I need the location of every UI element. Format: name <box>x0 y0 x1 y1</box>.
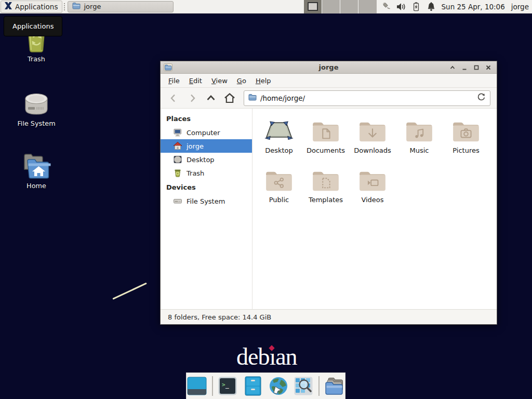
panel-handle[interactable] <box>63 3 66 10</box>
debian-logo: debıan <box>236 343 297 370</box>
applications-menu-button[interactable]: Applications <box>1 1 62 13</box>
clock[interactable]: Sun 25 Apr, 10:06 <box>442 3 505 11</box>
system-tray <box>381 2 436 12</box>
directory-menu-launcher[interactable] <box>324 376 345 396</box>
sidebar-places-header: Places <box>161 111 252 126</box>
workspace-switcher[interactable] <box>304 0 377 14</box>
terminal-launcher[interactable]: >_ <box>218 376 238 396</box>
file-item-public[interactable]: Public <box>256 165 302 215</box>
file-view[interactable]: Desktop Documents <box>252 109 497 309</box>
home-folder-icon <box>10 150 62 180</box>
file-item-videos[interactable]: Videos <box>349 165 396 215</box>
desktop-icon-label: Home <box>10 182 62 190</box>
shade-button[interactable] <box>448 63 457 72</box>
wallpaper-artifact-line <box>112 283 147 300</box>
window-title: jorge <box>161 63 497 71</box>
battery-icon[interactable] <box>411 2 421 12</box>
folder-icon-documents <box>312 116 340 143</box>
file-item-desktop[interactable]: Desktop <box>256 116 302 165</box>
file-system-icon <box>10 87 62 117</box>
sidebar-item-label: File System <box>187 197 225 205</box>
file-item-downloads[interactable]: Downloads <box>349 116 396 165</box>
menu-file[interactable]: File <box>164 75 184 87</box>
sidebar-item-label: Computer <box>187 129 220 137</box>
applications-menu-label: Applications <box>15 3 58 11</box>
maximize-button[interactable] <box>472 63 481 72</box>
workspace-3[interactable] <box>340 0 358 14</box>
sidebar-item-jorge[interactable]: jorge <box>161 139 252 153</box>
app-finder-launcher[interactable] <box>293 376 314 396</box>
sidebar-item-label: Desktop <box>187 156 215 164</box>
folder-icon-videos <box>358 165 387 192</box>
network-icon[interactable] <box>381 2 391 12</box>
workspace-4[interactable] <box>358 0 376 14</box>
menu-go[interactable]: Go <box>232 75 251 87</box>
desktop-special-icon <box>264 116 294 143</box>
minimize-button[interactable] <box>460 63 469 72</box>
volume-icon[interactable] <box>396 2 406 12</box>
folder-icon-pictures <box>452 116 480 143</box>
sidebar-item-file-system[interactable]: File System <box>161 194 252 208</box>
path-bar[interactable]: /home/jorge/ <box>244 90 490 106</box>
file-item-templates[interactable]: Templates <box>302 165 349 215</box>
home-button[interactable] <box>221 90 238 106</box>
file-manager-launcher[interactable] <box>243 376 263 396</box>
drive-icon <box>173 196 182 206</box>
svg-text:>: > <box>222 381 225 388</box>
menu-view[interactable]: View <box>207 75 232 87</box>
workspace-window-preview <box>308 2 318 11</box>
file-item-label: Templates <box>309 196 343 204</box>
workspace-2[interactable] <box>322 0 340 14</box>
file-item-label: Public <box>269 196 289 204</box>
file-item-label: Pictures <box>453 147 479 154</box>
notifications-icon[interactable] <box>426 2 436 12</box>
file-item-label: Videos <box>361 196 383 204</box>
menubar: File Edit View Go Help <box>161 74 497 88</box>
show-desktop-button[interactable] <box>187 376 207 396</box>
forward-button[interactable] <box>183 90 201 106</box>
up-button[interactable] <box>202 90 220 106</box>
dock-separator <box>212 376 213 396</box>
file-item-music[interactable]: Music <box>396 116 443 165</box>
file-item-documents[interactable]: Documents <box>302 116 349 165</box>
sidebar-item-label: jorge <box>187 142 204 150</box>
sidebar-item-desktop[interactable]: Desktop <box>161 153 252 166</box>
workspace-1[interactable] <box>304 0 322 14</box>
desktop-icon-file-system[interactable]: File System <box>10 87 62 127</box>
sidebar-item-computer[interactable]: Computer <box>161 126 252 139</box>
home-icon <box>173 141 182 151</box>
applications-tooltip: Applications <box>4 16 62 36</box>
menu-help[interactable]: Help <box>251 75 276 87</box>
svg-text:_: _ <box>225 382 229 389</box>
file-manager-window: jorge File Edit View Go Help /home/jorge… <box>160 61 497 325</box>
back-button[interactable] <box>165 90 182 106</box>
desktop-icon-home[interactable]: Home <box>10 150 62 190</box>
path-folder-icon <box>248 93 257 103</box>
desktop-icon-label: Trash <box>10 55 62 63</box>
sidebar-item-trash[interactable]: Trash <box>161 166 252 180</box>
close-button[interactable] <box>484 63 493 72</box>
sidebar-devices-header: Devices <box>161 180 252 194</box>
titlebar[interactable]: jorge <box>161 61 497 74</box>
taskbar-window-button[interactable]: jorge <box>68 1 174 12</box>
folder-icon-downloads <box>358 116 387 143</box>
folder-icon-music <box>405 116 433 143</box>
folder-icon-public <box>265 165 293 192</box>
desktop-place-icon <box>173 155 182 164</box>
web-browser-launcher[interactable] <box>268 376 289 396</box>
toolbar: /home/jorge/ <box>161 88 497 109</box>
desktop-icon-label: File System <box>10 119 62 127</box>
file-item-label: Music <box>410 147 429 154</box>
sidebar: Places Computer jorge Desktop <box>161 109 252 309</box>
file-item-label: Desktop <box>265 147 293 154</box>
dock-panel: >_ <box>186 373 345 399</box>
computer-icon <box>173 128 182 137</box>
user-menu[interactable]: jorge <box>511 3 529 11</box>
dock-separator <box>318 376 320 396</box>
path-text[interactable]: /home/jorge/ <box>260 94 473 102</box>
statusbar: 8 folders, Free space: 14.4 GiB <box>161 309 497 324</box>
reload-icon[interactable] <box>477 92 486 103</box>
file-item-pictures[interactable]: Pictures <box>443 116 489 165</box>
top-panel: Applications jorge Sun 25 Apr, 10:06 jor… <box>0 0 532 14</box>
menu-edit[interactable]: Edit <box>184 75 207 87</box>
